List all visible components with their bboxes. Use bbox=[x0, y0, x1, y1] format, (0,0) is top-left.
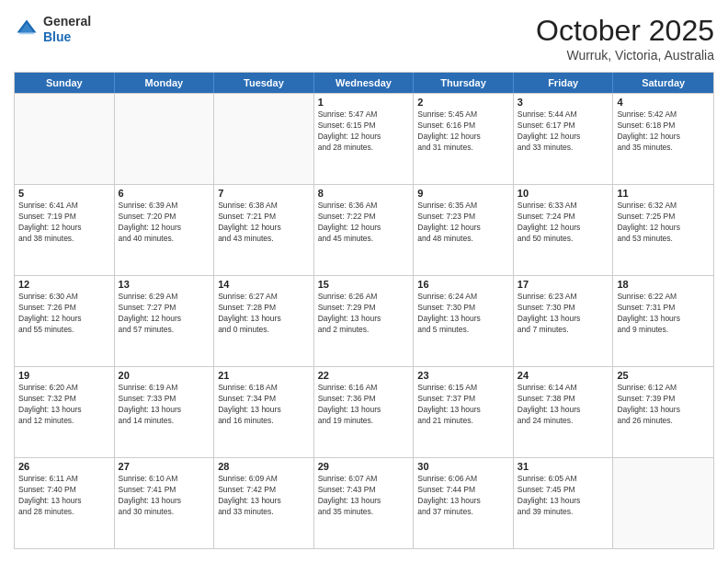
day-info: Sunrise: 6:24 AM Sunset: 7:30 PM Dayligh… bbox=[417, 292, 509, 336]
cal-day-7: 7Sunrise: 6:38 AM Sunset: 7:21 PM Daylig… bbox=[214, 185, 314, 275]
day-number: 10 bbox=[518, 188, 609, 199]
logo-blue: Blue bbox=[43, 29, 71, 44]
day-number: 3 bbox=[518, 97, 609, 108]
day-info: Sunrise: 6:29 AM Sunset: 7:27 PM Dayligh… bbox=[119, 292, 210, 336]
title-month: October 2025 bbox=[536, 14, 714, 48]
day-number: 11 bbox=[617, 188, 710, 199]
cal-day-10: 10Sunrise: 6:33 AM Sunset: 7:24 PM Dayli… bbox=[514, 185, 614, 275]
weekday-header-tuesday: Tuesday bbox=[214, 73, 314, 93]
cal-day-8: 8Sunrise: 6:36 AM Sunset: 7:22 PM Daylig… bbox=[314, 185, 415, 275]
logo-general: General bbox=[43, 14, 91, 29]
calendar-row-3: 12Sunrise: 6:30 AM Sunset: 7:26 PM Dayli… bbox=[15, 275, 713, 366]
logo: General Blue bbox=[14, 14, 91, 45]
day-number: 15 bbox=[318, 279, 410, 290]
day-number: 1 bbox=[318, 97, 410, 108]
cal-day-22: 22Sunrise: 6:16 AM Sunset: 7:36 PM Dayli… bbox=[314, 367, 415, 457]
calendar-row-1: 1Sunrise: 5:47 AM Sunset: 6:15 PM Daylig… bbox=[15, 93, 713, 184]
day-info: Sunrise: 6:22 AM Sunset: 7:31 PM Dayligh… bbox=[617, 292, 710, 336]
cal-day-14: 14Sunrise: 6:27 AM Sunset: 7:28 PM Dayli… bbox=[214, 276, 314, 366]
cal-day-30: 30Sunrise: 6:06 AM Sunset: 7:44 PM Dayli… bbox=[414, 458, 514, 548]
cal-day-23: 23Sunrise: 6:15 AM Sunset: 7:37 PM Dayli… bbox=[414, 367, 514, 457]
cal-day-19: 19Sunrise: 6:20 AM Sunset: 7:32 PM Dayli… bbox=[15, 367, 115, 457]
day-number: 23 bbox=[417, 370, 509, 381]
cal-day-2: 2Sunrise: 5:45 AM Sunset: 6:16 PM Daylig… bbox=[414, 94, 514, 184]
weekday-header-wednesday: Wednesday bbox=[314, 73, 415, 93]
day-info: Sunrise: 5:47 AM Sunset: 6:15 PM Dayligh… bbox=[318, 109, 410, 154]
day-number: 22 bbox=[318, 370, 410, 381]
cal-day-9: 9Sunrise: 6:35 AM Sunset: 7:23 PM Daylig… bbox=[414, 185, 514, 275]
day-info: Sunrise: 5:44 AM Sunset: 6:17 PM Dayligh… bbox=[518, 109, 609, 154]
title-block: October 2025 Wurruk, Victoria, Australia bbox=[536, 14, 714, 63]
cal-day-15: 15Sunrise: 6:26 AM Sunset: 7:29 PM Dayli… bbox=[314, 276, 415, 366]
day-number: 17 bbox=[518, 279, 609, 290]
day-info: Sunrise: 6:35 AM Sunset: 7:23 PM Dayligh… bbox=[417, 201, 509, 245]
day-number: 31 bbox=[518, 461, 609, 472]
day-number: 20 bbox=[119, 370, 210, 381]
day-number: 2 bbox=[417, 97, 509, 108]
cal-day-16: 16Sunrise: 6:24 AM Sunset: 7:30 PM Dayli… bbox=[414, 276, 514, 366]
day-info: Sunrise: 6:05 AM Sunset: 7:45 PM Dayligh… bbox=[518, 474, 609, 518]
cal-day-29: 29Sunrise: 6:07 AM Sunset: 7:43 PM Dayli… bbox=[314, 458, 415, 548]
day-info: Sunrise: 6:12 AM Sunset: 7:39 PM Dayligh… bbox=[617, 383, 710, 427]
day-info: Sunrise: 6:38 AM Sunset: 7:21 PM Dayligh… bbox=[218, 201, 310, 245]
cal-day-25: 25Sunrise: 6:12 AM Sunset: 7:39 PM Dayli… bbox=[613, 367, 713, 457]
day-number: 19 bbox=[18, 370, 110, 381]
day-info: Sunrise: 6:41 AM Sunset: 7:19 PM Dayligh… bbox=[18, 201, 110, 245]
day-number: 4 bbox=[617, 97, 710, 108]
cal-day-20: 20Sunrise: 6:19 AM Sunset: 7:33 PM Dayli… bbox=[115, 367, 215, 457]
day-info: Sunrise: 6:10 AM Sunset: 7:41 PM Dayligh… bbox=[119, 474, 210, 518]
weekday-header-saturday: Saturday bbox=[613, 73, 713, 93]
day-number: 9 bbox=[417, 188, 509, 199]
title-location: Wurruk, Victoria, Australia bbox=[536, 48, 714, 63]
day-info: Sunrise: 6:26 AM Sunset: 7:29 PM Dayligh… bbox=[318, 292, 410, 336]
day-number: 24 bbox=[518, 370, 609, 381]
cal-day-6: 6Sunrise: 6:39 AM Sunset: 7:20 PM Daylig… bbox=[115, 185, 215, 275]
weekday-header-thursday: Thursday bbox=[414, 73, 514, 93]
day-info: Sunrise: 6:23 AM Sunset: 7:30 PM Dayligh… bbox=[518, 292, 609, 336]
day-number: 12 bbox=[18, 279, 110, 290]
day-number: 29 bbox=[318, 461, 410, 472]
cal-day-18: 18Sunrise: 6:22 AM Sunset: 7:31 PM Dayli… bbox=[613, 276, 713, 366]
day-info: Sunrise: 6:18 AM Sunset: 7:34 PM Dayligh… bbox=[218, 383, 310, 427]
cal-empty-cell bbox=[15, 94, 115, 184]
calendar-row-2: 5Sunrise: 6:41 AM Sunset: 7:19 PM Daylig… bbox=[15, 184, 713, 275]
logo-text: General Blue bbox=[43, 14, 91, 45]
day-number: 26 bbox=[18, 461, 110, 472]
cal-day-27: 27Sunrise: 6:10 AM Sunset: 7:41 PM Dayli… bbox=[115, 458, 215, 548]
day-info: Sunrise: 6:36 AM Sunset: 7:22 PM Dayligh… bbox=[318, 201, 410, 245]
weekday-header-sunday: Sunday bbox=[15, 73, 115, 93]
calendar-row-5: 26Sunrise: 6:11 AM Sunset: 7:40 PM Dayli… bbox=[15, 457, 713, 548]
cal-day-21: 21Sunrise: 6:18 AM Sunset: 7:34 PM Dayli… bbox=[214, 367, 314, 457]
day-number: 16 bbox=[417, 279, 509, 290]
cal-day-13: 13Sunrise: 6:29 AM Sunset: 7:27 PM Dayli… bbox=[115, 276, 215, 366]
day-info: Sunrise: 6:09 AM Sunset: 7:42 PM Dayligh… bbox=[218, 474, 310, 518]
day-number: 30 bbox=[417, 461, 509, 472]
day-info: Sunrise: 5:42 AM Sunset: 6:18 PM Dayligh… bbox=[617, 109, 710, 154]
day-info: Sunrise: 6:16 AM Sunset: 7:36 PM Dayligh… bbox=[318, 383, 410, 427]
weekday-header-monday: Monday bbox=[115, 73, 215, 93]
weekday-header-friday: Friday bbox=[514, 73, 614, 93]
cal-day-11: 11Sunrise: 6:32 AM Sunset: 7:25 PM Dayli… bbox=[613, 185, 713, 275]
day-info: Sunrise: 6:11 AM Sunset: 7:40 PM Dayligh… bbox=[18, 474, 110, 518]
cal-day-17: 17Sunrise: 6:23 AM Sunset: 7:30 PM Dayli… bbox=[514, 276, 614, 366]
day-info: Sunrise: 6:39 AM Sunset: 7:20 PM Dayligh… bbox=[119, 201, 210, 245]
day-number: 25 bbox=[617, 370, 710, 381]
cal-day-28: 28Sunrise: 6:09 AM Sunset: 7:42 PM Dayli… bbox=[214, 458, 314, 548]
day-number: 7 bbox=[218, 188, 310, 199]
day-number: 21 bbox=[218, 370, 310, 381]
cal-day-26: 26Sunrise: 6:11 AM Sunset: 7:40 PM Dayli… bbox=[15, 458, 115, 548]
cal-day-24: 24Sunrise: 6:14 AM Sunset: 7:38 PM Dayli… bbox=[514, 367, 614, 457]
day-info: Sunrise: 5:45 AM Sunset: 6:16 PM Dayligh… bbox=[417, 109, 509, 154]
calendar: SundayMondayTuesdayWednesdayThursdayFrid… bbox=[14, 72, 714, 549]
day-number: 13 bbox=[119, 279, 210, 290]
cal-day-31: 31Sunrise: 6:05 AM Sunset: 7:45 PM Dayli… bbox=[514, 458, 614, 548]
cal-empty-cell bbox=[214, 94, 314, 184]
day-info: Sunrise: 6:06 AM Sunset: 7:44 PM Dayligh… bbox=[417, 474, 509, 518]
day-number: 14 bbox=[218, 279, 310, 290]
calendar-body: 1Sunrise: 5:47 AM Sunset: 6:15 PM Daylig… bbox=[15, 93, 713, 548]
cal-day-12: 12Sunrise: 6:30 AM Sunset: 7:26 PM Dayli… bbox=[15, 276, 115, 366]
day-number: 8 bbox=[318, 188, 410, 199]
logo-icon bbox=[14, 17, 40, 42]
day-number: 6 bbox=[119, 188, 210, 199]
calendar-header: SundayMondayTuesdayWednesdayThursdayFrid… bbox=[15, 73, 713, 93]
